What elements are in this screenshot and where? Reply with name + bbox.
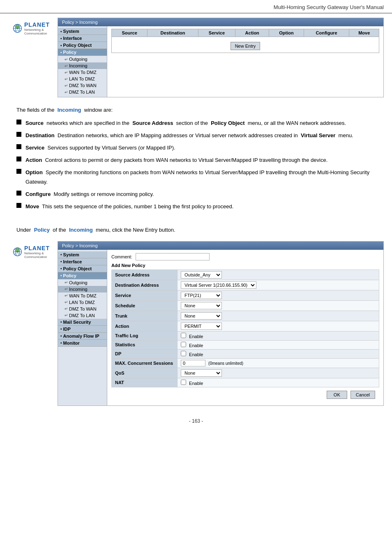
- statistics-checkbox[interactable]: [181, 342, 186, 347]
- statistics-label: Enable: [189, 343, 203, 348]
- form-label-dp: DP: [112, 349, 178, 358]
- source-address-select[interactable]: Outside_Any Any: [181, 271, 222, 279]
- schedule-select[interactable]: None: [181, 302, 222, 309]
- form-value-nat: Enable: [178, 378, 379, 387]
- panel2-breadcrumb: Policy > Incoming: [62, 243, 98, 248]
- panel1-header: Policy > Incoming: [58, 18, 383, 26]
- sidebar2-section-policy[interactable]: Policy: [58, 272, 107, 279]
- sidebar-item-incoming-1[interactable]: Incoming: [58, 62, 107, 69]
- bullet-icon-configure: [16, 191, 21, 196]
- sidebar-section-interface-1[interactable]: Interface: [58, 35, 107, 42]
- form-value-qos: None: [178, 368, 379, 378]
- sidebar-item-lan-dmz-1[interactable]: LAN To DMZ: [58, 76, 107, 82]
- panel1-body: System Interface Policy Object Policy Ou…: [58, 26, 383, 97]
- bullet-icon-action: [16, 157, 21, 161]
- form-comment-row: Comment:: [111, 253, 379, 260]
- bullet-label-option: Option: [25, 169, 43, 175]
- bullet-source: Source networks which are specified in t…: [16, 119, 376, 128]
- sidebar2-item-incoming[interactable]: Incoming: [58, 286, 107, 292]
- dp-label: Enable: [189, 352, 203, 357]
- bullet-label-service: Service: [25, 145, 44, 151]
- sidebar-item-outgoing-1[interactable]: Outgoing: [58, 56, 107, 62]
- bullet-label-configure: Configure: [25, 191, 51, 197]
- qos-select[interactable]: None: [181, 369, 222, 377]
- action-select[interactable]: PERMIT DENY: [181, 322, 222, 330]
- col-move: Move: [349, 29, 379, 37]
- sidebar-item-dmz-wan-1[interactable]: DMZ To WAN: [58, 82, 107, 89]
- bullet-icon-destination: [16, 132, 21, 137]
- nat-label: Enable: [189, 381, 203, 386]
- nat-checkbox[interactable]: [181, 380, 186, 385]
- bullet-move: Move This sets the sequence of the polic…: [16, 202, 376, 211]
- col-source: Source: [112, 29, 148, 37]
- form-value-destination: Virtual Server 1(210.66.155.90): [178, 280, 379, 290]
- sidebar2-section-policyobject[interactable]: Policy Object: [58, 265, 107, 272]
- form-label-trunk: Trunk: [112, 311, 178, 321]
- form-value-maxsessions: (0means unlimited): [178, 358, 379, 368]
- fields-intro: The fields of the Incoming window are:: [16, 106, 376, 115]
- form-row-schedule: Schedule None: [112, 300, 379, 311]
- bullet-icon-option: [16, 169, 21, 174]
- sidebar2-item-dmz-wan[interactable]: DMZ To WAN: [58, 306, 107, 312]
- logo-subtitle-2: Networking & Communication: [24, 251, 54, 259]
- comment-input[interactable]: [136, 253, 210, 260]
- col-service: Service: [198, 29, 235, 37]
- ok-button[interactable]: OK: [327, 391, 347, 399]
- sidebar2-section-interface[interactable]: Interface: [58, 258, 107, 265]
- max-sessions-input[interactable]: [181, 360, 205, 366]
- new-entry-button-1[interactable]: New Entry: [231, 42, 261, 50]
- page-header: Multi-Homing Security Gateway User's Man…: [0, 0, 392, 14]
- logo-text-2: PLANET: [24, 245, 54, 251]
- sidebar2-section-idp[interactable]: IDP: [58, 326, 107, 333]
- form-label-maxsessions: MAX. Concurrent Sessions: [112, 358, 178, 368]
- sidebar2-item-outgoing[interactable]: Outgoing: [58, 279, 107, 286]
- form-value-schedule: None: [178, 300, 379, 311]
- panel2-header: Policy > Incoming: [58, 242, 383, 250]
- bullet-icon-service: [16, 144, 21, 149]
- bullet-service: Service Services supported by Virtual Se…: [16, 143, 376, 152]
- form-row-source: Source Address Outside_Any Any: [112, 269, 379, 280]
- col-action: Action: [235, 29, 269, 37]
- form-value-action: PERMIT DENY: [178, 321, 379, 331]
- sidebar2-section-mailsecurity[interactable]: Mail Security: [58, 319, 107, 326]
- sidebar2-section-monitor[interactable]: Monitor: [58, 340, 107, 347]
- col-configure: Configure: [304, 29, 349, 37]
- bullet-label-action: Action: [25, 157, 42, 163]
- cancel-button[interactable]: Cancel: [350, 391, 375, 399]
- sidebar-section-system-1[interactable]: System: [58, 28, 107, 35]
- form-value-source: Outside_Any Any: [178, 269, 379, 280]
- bullet-icon-move: [16, 203, 21, 208]
- sidebar-section-policy-1[interactable]: Policy: [58, 49, 107, 56]
- sidebar2-section-anomaly[interactable]: Anomaly Flow IP: [58, 333, 107, 340]
- sidebar2-item-lan-dmz[interactable]: LAN To DMZ: [58, 299, 107, 306]
- form-row-trunk: Trunk None: [112, 311, 379, 321]
- service-select[interactable]: FTP(21) HTTP(80) Any: [181, 292, 222, 299]
- dp-checkbox[interactable]: [181, 351, 186, 356]
- page-number: - 163 -: [0, 414, 392, 428]
- form-row-trafficlog: Traffic Log Enable: [112, 331, 379, 340]
- form-label-action: Action: [112, 321, 178, 331]
- panel1-main: Source Destination Service Action Option…: [107, 26, 383, 97]
- header-title: Multi-Homing Security Gateway User's Man…: [274, 4, 384, 10]
- form-row-dp: DP Enable: [112, 349, 379, 358]
- panel2-body: System Interface Policy Object Policy Ou…: [58, 250, 383, 405]
- under-section: Under Policy of the Incoming menu, click…: [0, 223, 392, 237]
- sidebar-section-policyobject-1[interactable]: Policy Object: [58, 42, 107, 49]
- trunk-select[interactable]: None: [181, 312, 222, 320]
- sidebar2-item-dmz-lan[interactable]: DMZ To LAN: [58, 312, 107, 319]
- traffic-log-checkbox[interactable]: [181, 333, 186, 338]
- sidebar-item-dmz-lan-1[interactable]: DMZ To LAN: [58, 89, 107, 95]
- form-label-qos: QoS: [112, 368, 178, 378]
- form-buttons: OK Cancel: [111, 387, 379, 402]
- gateway-panel-1: Policy > Incoming System Interface Polic…: [58, 18, 384, 97]
- panel1-breadcrumb: Policy > Incoming: [62, 20, 98, 25]
- destination-address-select[interactable]: Virtual Server 1(210.66.155.90): [181, 281, 256, 289]
- sidebar-item-wan-dmz-1[interactable]: WAN To DMZ: [58, 69, 107, 76]
- sidebar2-item-wan-dmz[interactable]: WAN To DMZ: [58, 292, 107, 299]
- form-label-service: Service: [112, 290, 178, 300]
- logo-2: PLANET Networking & Communication: [12, 244, 54, 259]
- logo-subtitle-1: Networking & Communication: [24, 28, 54, 35]
- logo-text-1: PLANET: [24, 21, 54, 28]
- planet-logo-icon-2: [12, 244, 23, 259]
- sidebar2-section-system[interactable]: System: [58, 251, 107, 258]
